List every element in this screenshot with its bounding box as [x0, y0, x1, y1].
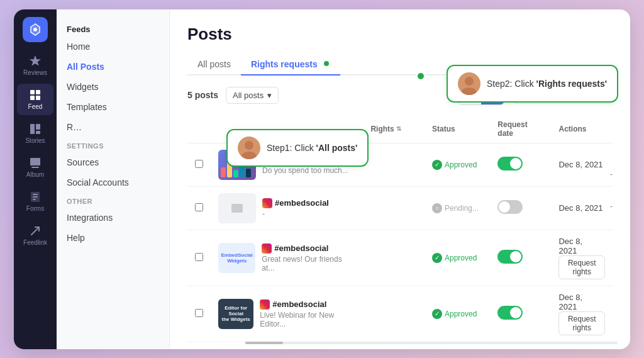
app-logo[interactable] — [23, 17, 48, 42]
row-checkbox[interactable] — [195, 309, 203, 317]
request-date: Dec 8, 2021 — [558, 203, 602, 213]
row1-action: - — [610, 169, 613, 179]
main-content: Posts All posts Rights requests 5 posts … — [170, 9, 630, 349]
th-rights[interactable]: Rights ⇅ — [363, 115, 425, 143]
posts-count: 5 posts — [187, 90, 218, 100]
filter-label: All posts — [233, 91, 264, 100]
request-rights-button[interactable]: Request rights — [558, 255, 605, 279]
svg-point-29 — [465, 77, 474, 86]
rights-cell — [363, 230, 425, 286]
page-title: Posts — [187, 25, 613, 44]
row-checkbox[interactable] — [195, 203, 203, 211]
sidebar-item-stories[interactable]: Stories — [17, 118, 53, 149]
tab-connector-dot — [416, 72, 425, 81]
post-account: #embedsocial — [275, 198, 329, 208]
tab-active-dot — [323, 60, 330, 67]
svg-point-0 — [33, 28, 37, 31]
status-badge: ✓ Approved — [432, 309, 477, 319]
th-status: Status — [425, 115, 490, 143]
rights-toggle[interactable] — [497, 306, 523, 320]
post-text: Live! Webinar for New Editor... — [260, 311, 355, 328]
nav-item-integrations[interactable]: Integrations — [57, 208, 169, 228]
post-info: #embedsocial Live! Webinar for New Edito… — [260, 299, 355, 328]
nav-item-help[interactable]: Help — [57, 228, 169, 248]
status-text: Approved — [445, 160, 477, 169]
svg-rect-4 — [36, 96, 40, 100]
status-text: Pending... — [445, 204, 479, 213]
instagram-icon — [262, 198, 272, 208]
tab-rights-requests[interactable]: Rights requests — [241, 54, 340, 76]
instagram-icon — [262, 243, 272, 254]
nav-item-social-accounts[interactable]: Social Accounts — [57, 172, 169, 193]
instagram-icon — [260, 299, 270, 310]
request-date: Dec 8, 2021 — [558, 160, 602, 169]
sidebar-item-feed-label: Feed — [28, 103, 43, 110]
rights-cell — [363, 286, 425, 342]
post-text: Great news! Our friends at... — [262, 255, 355, 272]
nav-section-settings: Settings — [57, 137, 169, 152]
nav-item-widgets[interactable]: Widgets — [57, 77, 169, 97]
svg-rect-7 — [36, 131, 40, 134]
tab-all-posts[interactable]: All posts — [187, 54, 241, 76]
rights-toggle[interactable] — [497, 250, 523, 264]
status-text: Approved — [445, 254, 477, 262]
sidebar-item-album-label: Album — [26, 171, 44, 178]
post-account: #embedsocial — [274, 243, 328, 253]
svg-rect-23 — [231, 204, 243, 213]
request-rights-button[interactable]: Request rights — [558, 311, 605, 335]
rights-cell — [363, 143, 425, 186]
rights-sort[interactable]: Rights ⇅ — [370, 125, 401, 133]
post-text: Do you spend too much... — [262, 166, 348, 175]
sidebar-item-reviews-label: Reviews — [23, 69, 47, 76]
sidebar-item-reviews[interactable]: Reviews — [17, 50, 53, 81]
nav-item-r[interactable]: R… — [57, 117, 169, 137]
request-date: Dec 8, 2021 — [558, 293, 582, 311]
status-badge: ○ Pending... — [432, 203, 479, 213]
status-badge: ✓ Approved — [432, 160, 477, 170]
callout-step2-text: Step2: Click 'Rights requests' — [487, 79, 607, 89]
sidebar-item-feed[interactable]: Feed — [17, 84, 53, 115]
rights-toggle[interactable] — [497, 157, 523, 171]
row2-action: - — [610, 201, 613, 211]
th-actions: Actions — [551, 115, 613, 143]
rights-toggle[interactable] — [497, 200, 523, 214]
th-date: Request date — [490, 115, 551, 143]
rights-cell — [363, 186, 425, 230]
svg-rect-11 — [33, 194, 38, 195]
app-container: Reviews Feed Stories Album Forms Feedlin… — [14, 9, 630, 349]
nav-section-feeds: Feeds — [57, 20, 169, 36]
pending-icon: ○ — [432, 203, 442, 213]
table-row: Editor for Socialthe Widgets #embedsocia… — [187, 286, 613, 342]
post-thumbnail-placeholder — [218, 193, 256, 223]
chevron-down-icon: ▾ — [267, 91, 272, 100]
filter-select[interactable]: All posts ▾ — [226, 87, 279, 104]
post-thumbnail: Editor for Socialthe Widgets — [218, 299, 253, 329]
table-row: #embedsocial - ○ Pending... — [187, 186, 613, 230]
row-checkbox[interactable] — [195, 253, 203, 261]
scrollbar-thumb[interactable] — [245, 342, 283, 344]
callout-step1: Step1: Click 'All posts' — [226, 129, 369, 167]
nav-item-templates[interactable]: Templates — [57, 97, 169, 117]
scrollbar[interactable] — [245, 342, 618, 344]
th-checkbox — [187, 115, 211, 143]
post-thumbnail: EmbedSocialWidgets — [218, 243, 255, 273]
post-info: #embedsocial - — [262, 198, 329, 218]
svg-rect-8 — [30, 158, 40, 165]
nav-item-sources[interactable]: Sources — [57, 152, 169, 172]
approved-icon: ✓ — [432, 309, 442, 319]
sidebar-item-feedlink[interactable]: Feedlink — [17, 220, 53, 251]
request-date: Dec 8, 2021 — [558, 237, 582, 255]
svg-rect-3 — [30, 96, 35, 100]
sidebar-item-forms[interactable]: Forms — [17, 186, 53, 217]
nav-item-home[interactable]: Home — [57, 36, 169, 57]
row-checkbox[interactable] — [195, 160, 203, 168]
post-text: - — [262, 210, 329, 218]
post-account: #embedsocial — [272, 299, 326, 309]
sidebar-item-stories-label: Stories — [25, 137, 45, 144]
nav-item-all-posts[interactable]: All Posts — [57, 57, 169, 77]
svg-rect-2 — [36, 90, 40, 94]
sidebar-item-album[interactable]: Album — [17, 152, 53, 183]
th-rights-label: Rights — [370, 125, 394, 133]
svg-rect-6 — [36, 124, 40, 130]
nav-sidebar: Feeds Home All Posts Widgets Templates R… — [57, 9, 170, 349]
